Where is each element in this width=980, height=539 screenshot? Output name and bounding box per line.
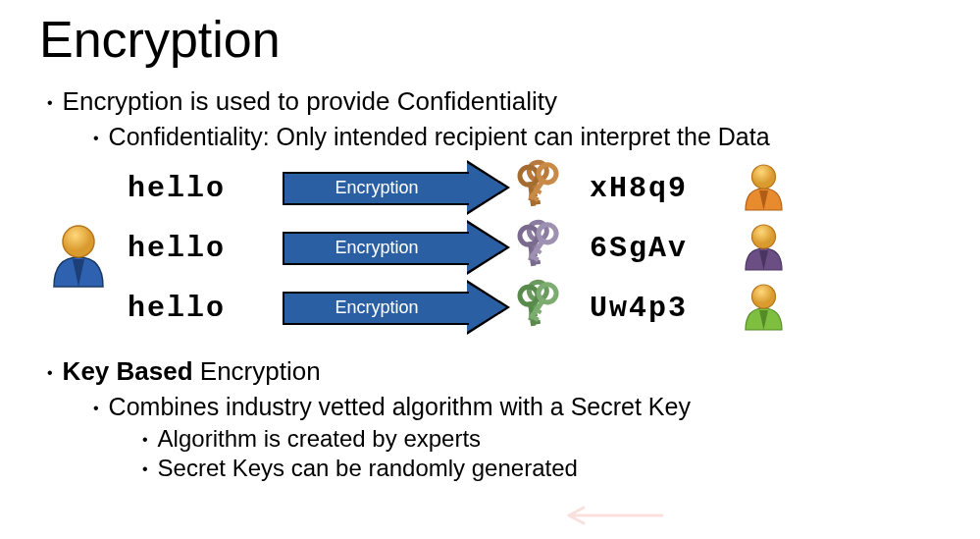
bullet-algorithm: • Algorithm is created by experts xyxy=(142,425,941,453)
keys-icon xyxy=(516,219,570,277)
bullet-text: Secret Keys can be randomly generated xyxy=(158,455,578,482)
plaintext: hello xyxy=(128,232,275,265)
svg-point-13 xyxy=(752,165,776,189)
svg-point-39 xyxy=(752,285,776,308)
bullet-dot: • xyxy=(142,431,148,449)
keys-icon xyxy=(516,279,570,337)
bullet-combines: • Combines industry vetted algorithm wit… xyxy=(93,393,941,421)
bullet-dot: • xyxy=(47,364,53,382)
bullet-text: Confidentiality: Only intended recipient… xyxy=(109,123,770,151)
encryption-arrow: Encryption xyxy=(283,288,508,329)
bullet-confidentiality: • Encryption is used to provide Confiden… xyxy=(47,86,941,117)
ciphertext: xH8q9 xyxy=(590,172,727,205)
diagram-row-1: hello Encryption xH8q9 xyxy=(128,161,941,215)
keys-icon xyxy=(516,159,570,217)
bullet-key-based: • Key Based Encryption xyxy=(47,356,941,387)
annotation-arrow-icon xyxy=(549,501,667,530)
bullet-dot: • xyxy=(93,400,99,417)
encryption-arrow: Encryption xyxy=(283,228,508,269)
arrow-label: Encryption xyxy=(283,232,469,265)
bullet-text: Algorithm is created by experts xyxy=(158,425,481,453)
bullet-text: Encryption is used to provide Confidenti… xyxy=(63,86,557,117)
bullet-dot: • xyxy=(93,130,99,147)
recipient-person-icon xyxy=(742,221,786,276)
bullet-secret-keys: • Secret Keys can be randomly generated xyxy=(142,455,941,482)
encryption-arrow: Encryption xyxy=(283,168,508,209)
sender-person-icon xyxy=(49,220,108,293)
bullet-text: Key Based Encryption xyxy=(63,356,321,387)
svg-point-26 xyxy=(752,225,776,248)
recipient-person-icon xyxy=(742,281,786,336)
svg-point-0 xyxy=(63,226,94,257)
bullet-text: Combines industry vetted algorithm with … xyxy=(109,393,691,421)
bullet-dot: • xyxy=(142,460,148,478)
recipient-person-icon xyxy=(742,161,786,216)
page-title: Encryption xyxy=(39,10,941,69)
ciphertext: 6SgAv xyxy=(590,232,727,265)
arrow-label: Encryption xyxy=(283,172,469,205)
rest-text: Encryption xyxy=(193,356,321,386)
encryption-diagram: hello Encryption xH8q9 hello xyxy=(128,161,941,335)
bullet-confidentiality-def: • Confidentiality: Only intended recipie… xyxy=(93,123,941,151)
plaintext: hello xyxy=(128,292,275,325)
diagram-row-3: hello Encryption Uw4p3 xyxy=(128,281,941,335)
bold-prefix: Key Based xyxy=(63,356,193,386)
plaintext: hello xyxy=(128,172,275,205)
diagram-row-2: hello Encryption 6SgAv xyxy=(128,221,941,275)
ciphertext: Uw4p3 xyxy=(590,292,727,325)
arrow-label: Encryption xyxy=(283,292,469,325)
bullet-dot: • xyxy=(47,94,53,112)
